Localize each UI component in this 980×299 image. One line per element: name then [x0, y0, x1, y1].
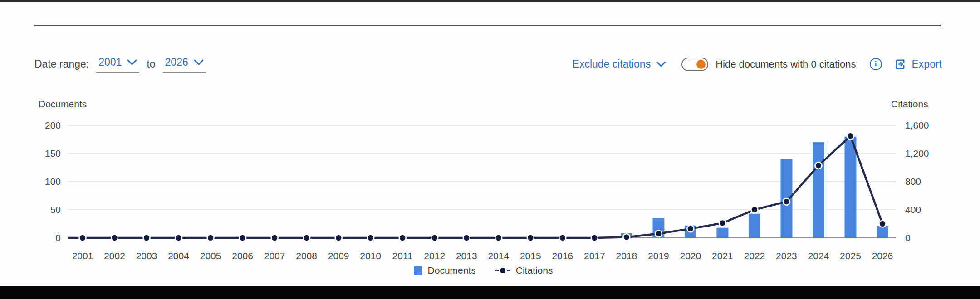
year-label: 2007	[264, 251, 285, 261]
chart-legend: Documents Citations	[0, 265, 966, 276]
year-label: 2021	[712, 251, 733, 261]
right-axis-tick: 0	[905, 232, 911, 243]
year-label: 2011	[392, 251, 413, 261]
citation-dot[interactable]	[335, 235, 342, 241]
citation-dot[interactable]	[719, 220, 726, 227]
citation-dot[interactable]	[751, 207, 758, 213]
legend-documents-label: Documents	[428, 265, 476, 276]
citation-overview-panel: Date range: 2001 to 2026 Exclude citatio…	[0, 0, 980, 299]
citation-dot[interactable]	[399, 235, 406, 241]
citation-dot[interactable]	[367, 235, 374, 241]
year-label: 2018	[616, 251, 637, 261]
legend-item-documents[interactable]: Documents	[414, 265, 476, 276]
citation-dot[interactable]	[207, 235, 214, 241]
year-label: 2026	[872, 251, 893, 261]
citation-dot[interactable]	[527, 235, 534, 241]
year-label: 2013	[456, 251, 477, 261]
year-label: 2017	[584, 251, 605, 261]
year-label: 2022	[744, 251, 765, 261]
documents-swatch-icon	[414, 266, 422, 275]
citation-dot[interactable]	[591, 235, 598, 241]
citation-dot[interactable]	[79, 235, 86, 241]
citation-dot[interactable]	[463, 235, 470, 241]
legend-citations-label: Citations	[516, 265, 553, 276]
year-label: 2016	[552, 251, 573, 261]
legend-item-citations[interactable]: Citations	[495, 265, 553, 276]
year-label: 2015	[520, 251, 541, 261]
year-label: 2012	[424, 251, 445, 261]
year-label: 2010	[360, 251, 381, 261]
year-label: 2004	[168, 251, 189, 261]
documents-bar[interactable]	[716, 228, 728, 238]
citation-dot[interactable]	[111, 235, 118, 241]
citation-dot[interactable]	[143, 235, 150, 241]
citation-dot[interactable]	[687, 225, 694, 232]
left-axis-tick: 50	[50, 204, 61, 215]
citations-marker-icon	[495, 268, 510, 273]
year-label: 2023	[776, 251, 797, 261]
right-axis-tick: 1,600	[905, 120, 929, 130]
left-axis-tick: 200	[45, 120, 61, 130]
citation-dot[interactable]	[431, 235, 438, 241]
left-axis-tick: 100	[45, 176, 61, 187]
documents-bar[interactable]	[877, 226, 888, 238]
citation-dot[interactable]	[815, 162, 822, 169]
year-label: 2006	[232, 251, 253, 261]
citation-dot[interactable]	[623, 234, 630, 241]
year-label: 2014	[488, 251, 509, 261]
right-axis-tick: 800	[905, 176, 921, 187]
citation-dot[interactable]	[303, 235, 310, 241]
year-label: 2008	[296, 251, 317, 261]
documents-bar[interactable]	[844, 137, 856, 238]
citation-dot[interactable]	[239, 235, 246, 241]
right-axis-tick: 400	[905, 204, 921, 215]
citation-dot[interactable]	[175, 235, 182, 241]
year-label: 2003	[136, 251, 157, 261]
year-label: 2005	[200, 251, 221, 261]
left-axis-tick: 150	[45, 148, 61, 159]
year-label: 2009	[328, 251, 349, 261]
right-axis-tick: 1,200	[905, 148, 929, 159]
citation-dot[interactable]	[655, 230, 662, 237]
year-label: 2002	[104, 251, 125, 261]
left-axis-tick: 0	[55, 232, 61, 243]
citation-dot[interactable]	[879, 221, 886, 227]
year-label: 2019	[648, 251, 669, 261]
citation-dot[interactable]	[559, 235, 566, 241]
citation-dot[interactable]	[495, 235, 502, 241]
year-label: 2001	[72, 251, 93, 261]
citation-dot[interactable]	[783, 198, 790, 205]
documents-bar[interactable]	[749, 214, 760, 238]
year-label: 2025	[840, 251, 861, 261]
year-label: 2020	[680, 251, 701, 261]
year-label: 2024	[808, 251, 829, 261]
citation-dot[interactable]	[847, 133, 854, 140]
citation-dot[interactable]	[271, 235, 278, 241]
documents-citations-chart: 2001,6001501,200100800504000020012002200…	[0, 0, 980, 299]
documents-bar[interactable]	[813, 142, 824, 238]
bottom-border	[0, 286, 980, 299]
